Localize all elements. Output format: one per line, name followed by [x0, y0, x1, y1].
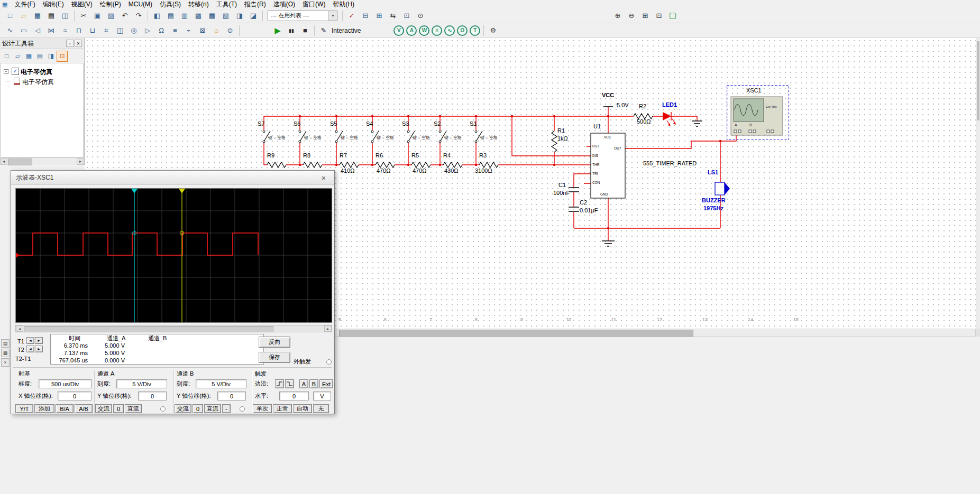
component-wizard-icon[interactable]: ▩: [192, 10, 205, 22]
switch-ref[interactable]: S5: [330, 120, 337, 127]
probe-differential-icon[interactable]: ±: [432, 25, 442, 36]
resistor-ref[interactable]: R7: [340, 152, 347, 159]
place-misc-digital-icon[interactable]: ⌗: [100, 25, 113, 36]
toolbox-save-icon[interactable]: ▦: [23, 51, 34, 62]
print-preview-icon[interactable]: ◫: [59, 10, 71, 22]
vcc-voltage[interactable]: 5.0V: [617, 102, 629, 108]
u1-ref[interactable]: U1: [593, 123, 601, 129]
edge-rising-button[interactable]: [275, 379, 284, 388]
menu-reports[interactable]: 报告(R): [241, 1, 270, 8]
c1-ref[interactable]: C1: [558, 182, 566, 188]
tree-checkbox-icon[interactable]: ✓: [12, 68, 19, 75]
cursor-2-handle[interactable]: [179, 189, 185, 193]
stop-simulation-icon[interactable]: ■: [299, 25, 312, 36]
open-icon[interactable]: ▱: [17, 10, 30, 22]
channel-b-invert-button[interactable]: -: [222, 404, 231, 413]
toolbox-new-icon[interactable]: □: [1, 51, 12, 62]
resistor-ref[interactable]: R3: [479, 152, 487, 159]
toolbox-snapshot-icon[interactable]: ◨: [45, 51, 57, 62]
trigger-auto-button[interactable]: 自动: [293, 404, 312, 413]
trigger-none-button[interactable]: 无: [313, 404, 329, 413]
scroll-left-icon[interactable]: ◄: [16, 325, 23, 332]
place-diode-icon[interactable]: ◁: [31, 25, 44, 36]
channel-b-dc-button[interactable]: 直流: [204, 404, 221, 413]
grapher-icon[interactable]: ▦: [206, 10, 218, 22]
cursor-2-left-button[interactable]: ◄: [26, 346, 34, 352]
dock-hierarchy-tab[interactable]: ▤: [1, 339, 10, 348]
timebase-xpos-field[interactable]: 0: [58, 392, 91, 400]
menu-simulate[interactable]: 仿真(S): [156, 1, 185, 8]
switch-ref[interactable]: S4: [366, 120, 373, 127]
transfer-icon[interactable]: ◪: [247, 10, 260, 22]
pin-panel-button[interactable]: ▫: [66, 40, 74, 47]
interactive-pencil-icon[interactable]: ✎: [317, 25, 330, 36]
resistor-value[interactable]: 470Ω: [377, 167, 391, 174]
led-ref[interactable]: LED1: [662, 101, 677, 108]
channel-a-indicator[interactable]: [160, 406, 166, 412]
postprocessor-icon[interactable]: ▧: [219, 10, 232, 22]
place-ni-icon[interactable]: ⌂: [210, 25, 223, 36]
gear-icon[interactable]: ⚙: [487, 25, 499, 36]
menu-tools[interactable]: 工具(T): [213, 1, 241, 8]
toggle-project-view-icon[interactable]: ◧: [151, 10, 163, 22]
buzzer-label[interactable]: BUZZER: [702, 197, 726, 203]
menu-help[interactable]: 帮助(H): [329, 1, 358, 8]
place-transistor-icon[interactable]: ⋈: [45, 25, 58, 36]
edge-falling-button[interactable]: [285, 379, 294, 388]
c2-ref[interactable]: C2: [580, 199, 587, 206]
place-mixed-icon[interactable]: ◫: [114, 25, 126, 36]
r2-value[interactable]: 500Ω: [637, 118, 651, 125]
tree-expander-icon[interactable]: −: [4, 69, 8, 74]
probe-voltage-icon[interactable]: V: [393, 25, 404, 36]
c2-value[interactable]: 0.01μF: [580, 207, 598, 213]
place-connector-icon[interactable]: ⊜: [224, 25, 236, 36]
menu-options[interactable]: 选项(O): [270, 1, 299, 8]
probe-current-icon[interactable]: A: [406, 25, 417, 36]
timebase-ab-button[interactable]: A/B: [75, 404, 93, 413]
cross-probe-icon[interactable]: ⇆: [387, 10, 399, 22]
switch-ref[interactable]: S1: [470, 120, 477, 127]
tree-child-item[interactable]: 电子琴仿真: [22, 78, 54, 87]
toolbox-open-icon[interactable]: ▱: [12, 51, 23, 62]
forward-annotate-icon[interactable]: ⊞: [373, 10, 386, 22]
redo-icon[interactable]: ↷: [132, 10, 145, 22]
vcc-label[interactable]: VCC: [602, 92, 614, 98]
scope-time-scrollbar[interactable]: ◄ ►: [15, 325, 332, 332]
channel-a-zero-button[interactable]: 0: [113, 404, 124, 413]
channel-a-scale-field[interactable]: 5 V/Div: [116, 379, 167, 388]
c1-value[interactable]: 100nF: [553, 190, 570, 196]
probe-ac-icon[interactable]: ∿: [444, 25, 455, 36]
trigger-level-field[interactable]: 0: [279, 392, 309, 400]
menu-window[interactable]: 窗口(W): [299, 1, 329, 8]
zoom-full-icon[interactable]: ▢: [666, 10, 679, 21]
place-power-icon[interactable]: ▷: [141, 25, 154, 36]
toolbox-doc-icon[interactable]: ▤: [34, 51, 45, 62]
in-use-list-dropdown[interactable]: --- 在用列表 --- ▾: [268, 11, 337, 21]
menu-mcu[interactable]: MCU(M): [125, 1, 156, 8]
resistor-ref[interactable]: R8: [303, 152, 310, 159]
scroll-right-icon[interactable]: ►: [324, 325, 332, 332]
scroll-right-icon[interactable]: ►: [77, 158, 84, 165]
close-icon[interactable]: ×: [318, 172, 329, 183]
scope-scroll-thumb[interactable]: [24, 326, 273, 332]
dock-close-tab[interactable]: ×: [1, 358, 10, 367]
menu-transfer[interactable]: 转移(n): [185, 1, 213, 8]
r1-value[interactable]: 1kΩ: [557, 135, 568, 142]
back-annotate-icon[interactable]: ⊟: [359, 10, 372, 22]
cut-icon[interactable]: ✂: [77, 10, 90, 22]
r2-ref[interactable]: R2: [639, 103, 646, 109]
menu-edit[interactable]: 编辑(E): [39, 1, 68, 8]
design-toolbox-titlebar[interactable]: 设计工具箱 ▫ ×: [0, 38, 84, 49]
buzzer-ref[interactable]: LS1: [708, 169, 718, 175]
menu-file[interactable]: 文件(F): [11, 1, 39, 8]
trigger-source-b-button[interactable]: B: [309, 379, 318, 388]
resistor-value[interactable]: 410Ω: [341, 167, 355, 174]
place-cmos-icon[interactable]: ⊔: [86, 25, 99, 36]
place-ttl-icon[interactable]: ⊓: [72, 25, 85, 36]
switch-ref[interactable]: S7: [258, 120, 264, 127]
toolbox-hierarchy-icon[interactable]: ⊡: [57, 51, 68, 62]
pause-simulation-icon[interactable]: ▮▮: [285, 25, 298, 36]
copy-icon[interactable]: ▣: [91, 10, 104, 22]
trigger-source-ext-button[interactable]: Ext: [319, 379, 333, 388]
toolbox-scroll-thumb[interactable]: [8, 159, 32, 165]
